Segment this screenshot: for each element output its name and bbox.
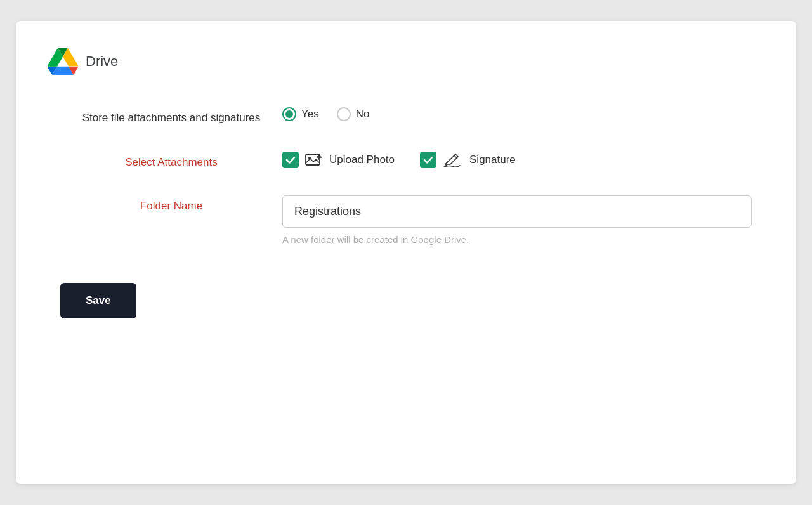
signature-icon (443, 152, 463, 168)
select-attachments-label: Select Attachments (60, 152, 282, 171)
select-attachments-row: Select Attachments (60, 152, 764, 171)
yes-radio-option[interactable]: Yes (282, 107, 319, 121)
store-attachments-label: Store file attachments and signatures (60, 107, 282, 126)
app-title: Drive (86, 53, 118, 70)
signature-label: Signature (469, 154, 516, 166)
yes-no-radio-group: Yes No (282, 107, 369, 121)
attachments-checkbox-group: Upload Photo (282, 152, 516, 168)
checkmark-icon (285, 155, 296, 165)
save-button[interactable]: Save (60, 283, 136, 318)
folder-name-content: A new folder will be created in Google D… (282, 195, 752, 245)
store-attachments-content: Yes No (282, 107, 764, 121)
no-radio-option[interactable]: No (337, 107, 370, 121)
upload-photo-option[interactable]: Upload Photo (282, 152, 395, 168)
store-attachments-row: Store file attachments and signatures Ye… (60, 107, 764, 126)
upload-photo-icon (305, 152, 323, 168)
select-attachments-content: Upload Photo (282, 152, 764, 168)
folder-name-label: Folder Name (60, 195, 282, 214)
no-radio-circle[interactable] (337, 107, 351, 121)
signature-checkbox[interactable] (420, 152, 436, 168)
header: Drive (48, 46, 764, 77)
upload-photo-checkbox[interactable] (282, 152, 299, 168)
folder-name-hint: A new folder will be created in Google D… (282, 234, 752, 245)
folder-name-row: Folder Name A new folder will be created… (60, 195, 764, 245)
checkmark-icon (423, 155, 433, 165)
folder-name-input[interactable] (282, 195, 752, 228)
upload-photo-label: Upload Photo (329, 154, 395, 166)
yes-radio-circle[interactable] (282, 107, 296, 121)
signature-option[interactable]: Signature (420, 152, 516, 168)
no-radio-label: No (356, 108, 370, 121)
yes-radio-label: Yes (301, 108, 319, 121)
drive-logo-icon (48, 46, 78, 77)
main-card: Drive Store file attachments and signatu… (16, 21, 796, 484)
svg-rect-0 (306, 154, 320, 165)
form-section: Store file attachments and signatures Ye… (48, 107, 764, 245)
